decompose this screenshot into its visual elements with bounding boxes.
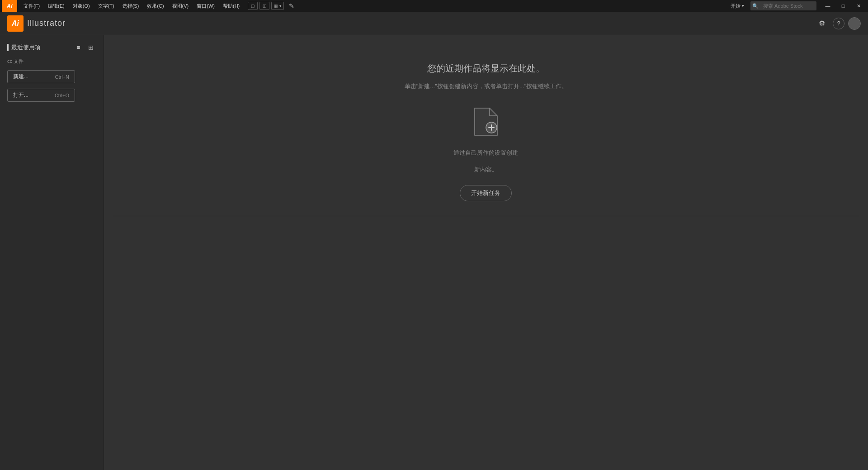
empty-desc-line2: 新内容。 [474,165,498,175]
settings-icon[interactable]: ⚙ [815,16,829,31]
search-input[interactable] [760,1,815,10]
new-button[interactable]: 新建... Ctrl+N [7,70,75,83]
toolbar-icon-3[interactable]: ▦ ▾ [271,2,284,10]
recent-header: 最近使用项 [7,43,41,52]
menu-bar-right: 开始 ▾ 🔍 — □ ✕ [728,0,866,12]
recent-bar-indicator [7,44,9,51]
header-actions: ⚙ ? [815,16,861,31]
list-view-button[interactable]: ≡ [73,43,84,52]
avatar[interactable] [848,17,861,30]
recent-label: 最近使用项 [11,43,41,52]
menu-edit[interactable]: 编辑(E) [44,0,68,12]
menu-bar: Ai 文件(F) 编辑(E) 对象(O) 文字(T) 选择(S) 效果(C) 视… [0,0,868,12]
view-toggle: ≡ ⊞ [73,43,96,52]
menu-type[interactable]: 文字(T) [94,0,118,12]
workspace-button[interactable]: 开始 ▾ [728,0,747,12]
maximize-button[interactable]: □ [835,0,851,12]
ai-logo: Ai [7,15,24,32]
empty-title: 您的近期作品将显示在此处。 [427,62,545,75]
menu-effect[interactable]: 效果(C) [143,0,167,12]
new-file-icon [472,106,500,138]
menu-view[interactable]: 视图(V) [169,0,193,12]
menu-file[interactable]: 文件(F) [20,0,43,12]
app-header: Ai Illustrator ⚙ ? [0,12,868,35]
menu-help[interactable]: 帮助(H) [219,0,243,12]
close-button[interactable]: ✕ [851,0,866,12]
start-new-task-button[interactable]: 开始新任务 [460,185,512,201]
center-content: 您的近期作品将显示在此处。 单击"新建..."按钮创建新内容，或者单击打开...… [104,35,868,470]
menu-logo: Ai [2,0,17,12]
help-icon[interactable]: ? [833,18,844,29]
open-button[interactable]: 打开... Ctrl+O [7,89,75,102]
empty-desc-line1: 通过自己所作的设置创建 [453,148,518,158]
app-title: Illustrator [27,19,66,28]
empty-subtitle: 单击"新建..."按钮创建新内容，或者单击打开..."按钮继续工作。 [405,82,568,91]
empty-state: 您的近期作品将显示在此处。 单击"新建..."按钮创建新内容，或者单击打开...… [405,62,568,201]
main-content: 最近使用项 ≡ ⊞ cc 文件 新建... Ctrl+N 打开... Ctrl+… [0,35,868,470]
minimize-button[interactable]: — [820,0,835,12]
grid-view-button[interactable]: ⊞ [85,43,96,52]
app-logo-area: Ai Illustrator [7,15,66,32]
toolbar-icon-2[interactable]: ◫ [259,2,269,10]
content-divider [113,216,859,216]
cc-files-label: cc 文件 [7,58,96,65]
toolbar-icon-pen[interactable]: ✎ [286,1,297,11]
toolbar-icon-1[interactable]: ▢ [248,2,258,10]
search-icon: 🔍 [752,3,759,9]
left-sidebar: 最近使用项 ≡ ⊞ cc 文件 新建... Ctrl+N 打开... Ctrl+… [0,35,104,470]
menu-select[interactable]: 选择(S) [119,0,143,12]
menu-window[interactable]: 窗口(W) [193,0,218,12]
window-controls: — □ ✕ [820,0,866,12]
menu-object[interactable]: 对象(O) [69,0,94,12]
